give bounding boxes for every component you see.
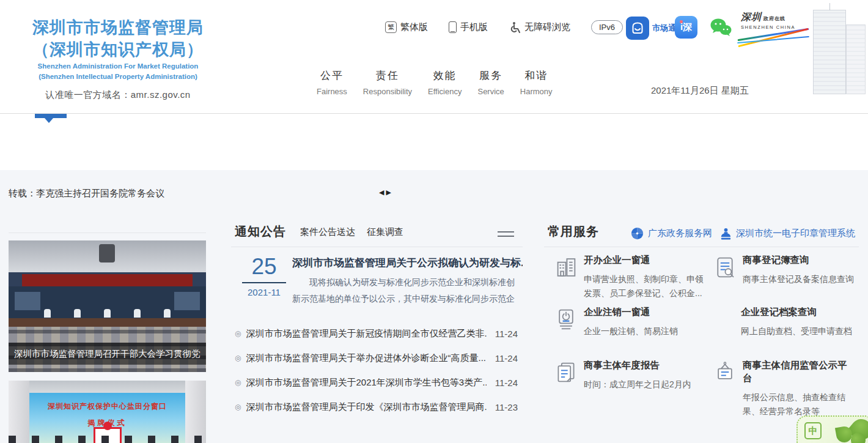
seal-icon [720,228,732,240]
news-ticker[interactable]: 转载：李克强主持召开国务院常务会议 [9,188,164,199]
photo-rostrum [9,318,206,327]
market-app-link[interactable]: 市场通 [626,17,676,40]
photo-red-banner [22,274,193,286]
notice-date: 11-24 [495,378,518,388]
pinwheel-icon [631,227,644,240]
bullet-icon: ◎ [235,354,241,362]
service-credit-platform[interactable]: 商事主体信用监管公示平台 年报公示信息、抽查检查结果、经营异常名录等 [714,359,855,419]
logo-english-line1: Shenzhen Administration For Market Regul… [16,62,220,70]
notice-row-4[interactable]: ◎ 深圳市市场监督管理局关于印发《深圳市市场监督管理局商... 11-23 [231,395,523,419]
featured-notice[interactable]: 25 2021-11 深圳市市场监督管理局关于公示拟确认为研发与标... 现将拟… [231,255,523,313]
wheelchair-icon [509,21,521,34]
ticker-next-arrow[interactable]: ▶ [386,188,392,196]
official-domain-note: 认准唯一官方域名：amr.sz.gov.cn [16,89,220,101]
value-fairness: 公平Fairness [317,69,347,96]
mobile-version-link[interactable]: 手机版 [449,21,488,33]
service-desc: 网上自助查档、受理申请查档 [741,324,855,338]
service-title: 商事登记簿查询 [743,254,855,267]
value-responsibility: 责任Responsibility [363,69,412,96]
notices-panel: 通知公告 案件公告送达 征集调查 25 2021-11 深圳市市场监督管理局关于… [231,223,523,419]
carousel-top-divider [9,233,206,233]
logo-title-line2: （深圳市知识产权局） [16,39,220,61]
e-seal-system-label: 深圳市统一电子印章管理系统 [736,228,855,239]
service-title: 开办企业一窗通 [584,254,707,267]
carousel-caption: 深圳市市场监督管理局召开干部大会学习贯彻党的十... [9,343,206,365]
active-tab-indicator [35,114,67,118]
guangdong-gov-portal-link[interactable]: 广东政务服务网 [631,227,712,240]
service-desc: 时间：成立周年之日起2月内 [584,378,707,392]
featured-date-block: 25 2021-11 [242,255,286,297]
current-date: 2021年11月26日 星期五 [651,85,749,97]
photo-projector [99,244,115,262]
carousel-slide-2[interactable]: 深圳知识产权保护中心盐田分窗口 揭牌仪式 [9,381,206,443]
ticker-arrows: ◀▶ [379,188,393,196]
bullet-icon: ◎ [235,329,241,338]
document-search-icon [714,255,736,282]
report-icon [555,360,577,387]
notice-title: 深圳市市场监督管理局关于印发《深圳市市场监督管理局商... [246,401,486,413]
notices-more-icon[interactable] [498,228,514,240]
service-desc: 申请营业执照、刻制印章、申领发票、员工参保登记、公积金... [584,272,707,300]
service-desc: 年报公示信息、抽查检查结果、经营异常名录等 [743,390,855,419]
e-seal-system-link[interactable]: 深圳市统一电子印章管理系统 [720,228,855,240]
photo2-banner-line1: 深圳知识产权保护中心盐田分窗口 [29,401,185,412]
services-title: 常用服务 [548,223,599,240]
notice-title: 深圳市市场监督管理局关于2021年深圳市学生书包等3类产... [246,377,486,389]
service-archive-search[interactable]: 企业登记档案查询 网上自助查档、受理申请查档 [714,306,855,338]
bullet-icon: ◎ [235,378,241,387]
logo-title-line1: 深圳市市场监督管理局 [16,17,220,39]
featured-date-divider [242,282,286,283]
value-harmony: 和谐Harmony [520,69,553,96]
photo2-people [9,436,206,443]
featured-summary: 现将拟确认为研发与标准化同步示范企业和深圳标准创新示范基地的单位予以公示，其中研… [292,274,523,308]
traditional-chinese-icon: 繁 [385,21,397,33]
guangdong-gov-portal-label: 广东政务服务网 [648,228,712,239]
main-navigation: 首页 政务公开 政务服务 政民互动 专题服务 政务机器人 [0,113,868,170]
building-sketch-graphic [802,1,867,93]
service-desc: 企业一般注销、简易注销 [584,324,707,338]
tab-case-announcements[interactable]: 案件公告送达 [300,226,355,238]
service-title: 企业登记档案查询 [741,306,855,319]
notice-row-3[interactable]: ◎ 深圳市市场监督管理局关于2021年深圳市学生书包等3类产... 11-24 [231,370,523,395]
quick-links: 繁 繁体版 手机版 无障碍浏览 IPv6 [385,20,623,34]
signboard-icon [714,360,736,387]
accessibility-label: 无障碍浏览 [524,21,570,33]
traditional-chinese-link[interactable]: 繁 繁体版 [385,21,428,33]
traditional-chinese-label: 繁体版 [400,21,428,33]
photo-screen-right [174,292,200,310]
widget-zhong-badge: 中 [804,422,822,439]
mobile-phone-icon [449,21,457,33]
service-deregistration[interactable]: 企业注销一窗通 企业一般注销、简易注销 [555,306,707,338]
service-annual-report[interactable]: 商事主体年度报告 时间：成立周年之日起2月内 [555,359,707,392]
notice-date: 11-24 [495,329,518,339]
service-open-business[interactable]: 开办企业一窗通 申请营业执照、刻制印章、申领发票、员工参保登记、公积金... [555,254,707,300]
tab-surveys[interactable]: 征集调查 [367,226,403,238]
notices-header: 通知公告 案件公告送达 征集调查 [231,223,523,247]
notices-title: 通知公告 [235,223,286,240]
service-registry-search[interactable]: 商事登记簿查询 商事主体登记及备案信息查询 [714,254,855,286]
featured-title[interactable]: 深圳市市场监督管理局关于公示拟确认为研发与标... [292,256,523,270]
i-shenzhen-dot [680,20,683,23]
service-title: 商事主体信用监管公示平台 [743,359,855,385]
notice-list: ◎ 深圳市市场监督管理局关于新冠疫情期间全市仅经营乙类非... 11-24 ◎ … [231,321,523,419]
accessibility-link[interactable]: 无障碍浏览 [509,21,570,34]
ticker-prev-arrow[interactable]: ◀ [379,188,386,196]
carousel-slide-1[interactable]: 深圳市市场监督管理局召开干部大会学习贯彻党的十... [9,240,206,372]
logo-english-line2: (Shenzhen Intellectual Property Administ… [16,72,220,81]
services-panel: 常用服务 广东政务服务网 [544,223,859,247]
notice-date: 11-23 [495,402,518,412]
featured-day: 25 [242,255,286,280]
value-service: 服务Service [477,69,504,96]
i-shenzhen-app-icon[interactable]: i深 [675,16,697,39]
ipv6-badge[interactable]: IPv6 [591,20,623,34]
site-logo[interactable]: 深圳市市场监督管理局 （深圳市知识产权局） Shenzhen Administr… [16,17,220,101]
bullet-icon: ◎ [235,403,241,411]
notice-row-2[interactable]: ◎ 深圳市市场监督管理局关于举办促进体外诊断企业“高质量... 11-24 [231,346,523,370]
notice-row-1[interactable]: ◎ 深圳市市场监督管理局关于新冠疫情期间全市仅经营乙类非... 11-24 [231,321,523,346]
notice-title: 深圳市市场监督管理局关于新冠疫情期间全市仅经营乙类非... [246,328,486,340]
notice-title: 深圳市市场监督管理局关于举办促进体外诊断企业“高质量... [246,352,486,364]
photo2-pillar-right [185,381,206,443]
wechat-icon[interactable] [710,18,732,39]
power-icon [555,307,577,334]
floating-widget[interactable]: 中 [796,415,868,443]
